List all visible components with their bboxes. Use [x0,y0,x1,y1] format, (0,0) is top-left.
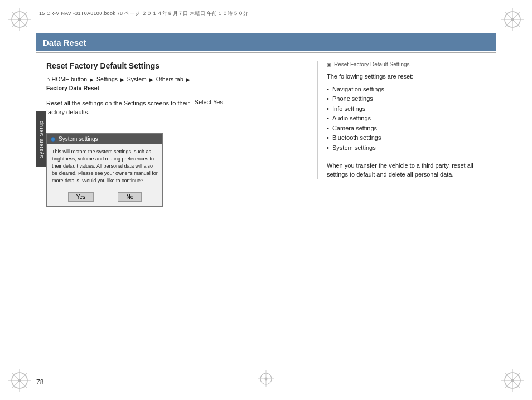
arrow-3: ▶ [149,77,153,82]
settings-list-item: System settings [327,143,496,153]
arrow-1: ▶ [90,77,94,82]
info-box-title: Reset Factory Default Settings [327,61,496,67]
select-prompt: Select Yes. [195,99,225,105]
dialog-no-button[interactable]: No [118,192,142,202]
header-bottom-rule [36,52,496,53]
settings-list-item: Camera settings [327,124,496,134]
dialog-titlebar: System settings [47,134,162,144]
transfer-note: When you transfer the vehicle to a third… [327,161,496,179]
settings-list-item: Info settings [327,104,496,114]
side-tab-label: System Setup [38,120,44,158]
side-tab: System Setup [36,111,46,167]
dialog-title: System settings [59,136,98,142]
top-rule [36,18,496,18]
column-divider [211,61,211,367]
arrow-4: ▶ [186,77,190,82]
breadcrumb-home: HOME button [52,76,88,82]
system-settings-dialog: System settings This will restore the sy… [46,133,163,207]
instruction-area: Reset all the settings on the Settings s… [46,99,208,117]
breadcrumb: ⌂ HOME button ▶ Settings ▶ System ▶ Othe… [46,75,208,93]
dialog-title-icon [51,137,55,142]
breadcrumb-settings: Settings [96,76,118,82]
main-content: Reset Factory Default Settings ⌂ HOME bu… [46,61,496,367]
breadcrumb-others: Others tab [156,76,183,82]
settings-list-item: Navigation settings [327,85,496,95]
corner-decoration-br [501,369,524,392]
info-subtext: The following settings are reset: [327,72,496,81]
corner-decoration-bl [8,369,31,392]
left-column: Reset Factory Default Settings ⌂ HOME bu… [46,61,208,207]
breadcrumb-system: System [127,76,147,82]
right-column: Reset Factory Default Settings The follo… [317,61,496,179]
page-header-bar: Data Reset [36,33,496,51]
dialog-yes-button[interactable]: Yes [68,192,94,202]
breadcrumb-factory-reset: Factory Data Reset [46,85,99,91]
dialog-buttons: Yes No [47,189,162,206]
settings-list-item: Phone settings [327,94,496,104]
page-number: 78 [36,378,43,386]
file-metadata: 15 CR-V NAVI-31T0A8100.book 78 ページ ２０１４年… [39,10,249,17]
settings-list: Navigation settingsPhone settingsInfo se… [327,85,496,153]
settings-list-item: Audio settings [327,114,496,124]
settings-list-item: Bluetooth settings [327,133,496,143]
bottom-crosshair [258,370,274,389]
page-title: Data Reset [43,38,86,47]
dialog-body: This will restore the system settings, s… [47,144,162,189]
section-title: Reset Factory Default Settings [46,61,208,70]
corner-decoration-tl [8,8,31,31]
corner-decoration-tr [501,8,524,31]
instruction-text: Reset all the settings on the Settings s… [46,100,190,115]
arrow-2: ▶ [120,77,124,82]
home-icon: ⌂ [46,76,50,82]
